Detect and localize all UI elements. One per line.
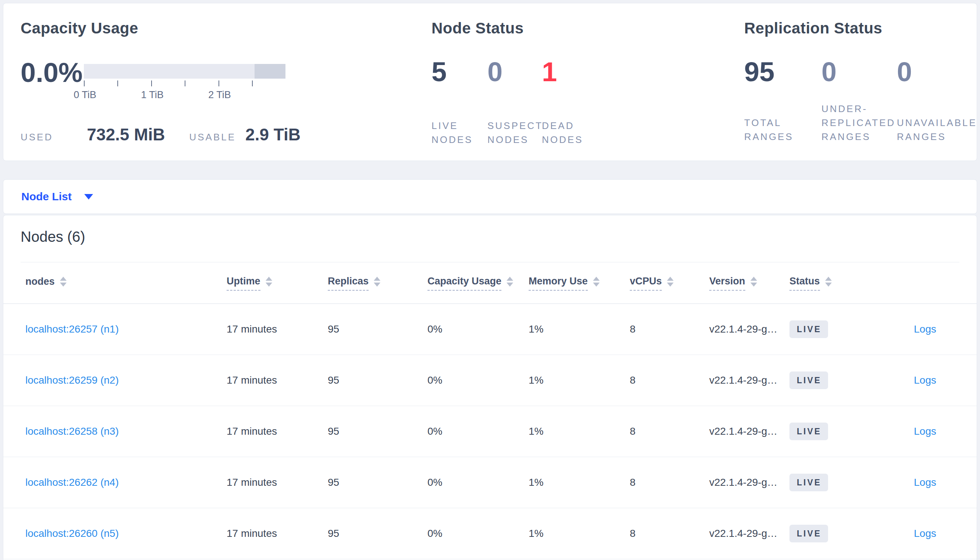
axis-tick-label: 1 TiB (141, 89, 164, 101)
unavailable-ranges-count: 0 (897, 58, 980, 86)
capacity-bar-other-segment (254, 64, 286, 78)
column-header-memory-use[interactable]: Memory Use (528, 275, 630, 291)
logs-link[interactable]: Logs (914, 425, 936, 437)
status-badge: LIVE (789, 320, 828, 338)
replicas-cell: 95 (328, 425, 428, 437)
replication-status-numbers: 95 0 0 (744, 58, 980, 86)
sort-icon (60, 277, 67, 287)
vcpus-cell: 8 (630, 425, 709, 437)
suspect-nodes-label: SUSPECT NODES (487, 119, 542, 147)
status-badge: LIVE (789, 372, 828, 389)
column-header-vcpus[interactable]: vCPUs (630, 275, 709, 291)
table-row: localhost:26260 (n5) 17 minutes 95 0% 1%… (3, 508, 977, 559)
nodes-table-card: Nodes (6) nodes Uptime Replicas Capacity… (3, 215, 977, 560)
uptime-cell: 17 minutes (227, 477, 328, 488)
vcpus-cell: 8 (630, 375, 709, 386)
replicas-cell: 95 (328, 323, 428, 335)
replicas-cell: 95 (328, 375, 428, 386)
live-nodes-count: 5 (431, 58, 487, 86)
logs-link[interactable]: Logs (914, 323, 936, 335)
table-row: localhost:26257 (n1) 17 minutes 95 0% 1%… (3, 304, 977, 355)
axis-tick (252, 80, 253, 87)
capacity-cell: 0% (428, 323, 528, 335)
node-link[interactable]: localhost:26262 (n4) (25, 477, 119, 488)
status-badge: LIVE (789, 473, 828, 491)
node-link[interactable]: localhost:26257 (n1) (25, 323, 119, 335)
version-cell: v22.1.4-29-g… (709, 323, 789, 335)
table-row: localhost:26262 (n4) 17 minutes 95 0% 1%… (3, 457, 977, 508)
version-cell: v22.1.4-29-g… (709, 425, 789, 437)
axis-tick (185, 80, 186, 87)
used-label: USED (21, 132, 53, 143)
axis-tick-label: 2 TiB (208, 89, 231, 101)
version-cell: v22.1.4-29-g… (709, 375, 789, 386)
vcpus-cell: 8 (630, 528, 709, 539)
column-header-version[interactable]: Version (709, 275, 789, 291)
uptime-cell: 17 minutes (227, 323, 328, 335)
uptime-cell: 17 minutes (227, 528, 328, 539)
used-value: 732.5 MiB (87, 125, 165, 144)
capacity-cell: 0% (428, 528, 528, 539)
capacity-usage-bar (84, 64, 286, 78)
sort-icon (667, 277, 674, 287)
suspect-nodes-count: 0 (487, 58, 542, 86)
column-header-status[interactable]: Status (789, 275, 885, 291)
capacity-cell: 0% (428, 477, 528, 488)
logs-link[interactable]: Logs (914, 477, 936, 488)
capacity-stats-row: USED 732.5 MiB USABLE 2.9 TiB (21, 125, 301, 144)
replication-status-title: Replication Status (744, 20, 882, 37)
memory-cell: 1% (528, 477, 630, 488)
node-link[interactable]: localhost:26259 (n2) (25, 375, 119, 386)
nodes-table-header: nodes Uptime Replicas Capacity Usage Mem… (3, 262, 977, 304)
sort-icon (507, 277, 513, 287)
cluster-summary-card: Capacity Usage 0.0% 0 TiB 1 TiB 2 TiB US… (3, 3, 977, 161)
logs-link[interactable]: Logs (914, 375, 936, 386)
memory-cell: 1% (528, 528, 630, 539)
axis-tick-label: 0 TiB (74, 89, 96, 101)
node-list-dropdown-label: Node List (21, 190, 72, 203)
nodes-table-body: localhost:26257 (n1) 17 minutes 95 0% 1%… (3, 304, 977, 559)
column-header-nodes[interactable]: nodes (25, 276, 227, 290)
status-badge: LIVE (789, 423, 828, 440)
sort-icon (266, 277, 272, 287)
replicas-cell: 95 (328, 528, 428, 539)
status-badge: LIVE (789, 525, 828, 542)
node-link[interactable]: localhost:26258 (n3) (25, 425, 119, 437)
under-replicated-ranges-label: UNDER-REPLICATED RANGES (821, 102, 897, 144)
uptime-cell: 17 minutes (227, 375, 328, 386)
dead-nodes-count: 1 (542, 58, 601, 86)
node-status-labels: LIVE NODES SUSPECT NODES DEAD NODES (431, 119, 601, 147)
version-cell: v22.1.4-29-g… (709, 477, 789, 488)
node-list-dropdown[interactable]: Node List (21, 180, 93, 213)
vcpus-cell: 8 (630, 323, 709, 335)
capacity-bar-usable-segment (84, 64, 254, 78)
view-selector-bar: Node List (3, 179, 977, 214)
unavailable-ranges-label: UNAVAILABLE RANGES (897, 116, 980, 144)
sort-icon (593, 277, 600, 287)
live-nodes-label: LIVE NODES (431, 119, 487, 147)
node-link[interactable]: localhost:26260 (n5) (25, 528, 119, 539)
dead-nodes-label: DEAD NODES (542, 119, 601, 147)
axis-tick (151, 80, 152, 87)
memory-cell: 1% (528, 425, 630, 437)
column-header-capacity-usage[interactable]: Capacity Usage (428, 275, 528, 291)
logs-link[interactable]: Logs (914, 528, 936, 539)
total-ranges-count: 95 (744, 58, 821, 86)
memory-cell: 1% (528, 323, 630, 335)
axis-tick (219, 80, 219, 87)
axis-tick (84, 80, 85, 87)
capacity-usage-title: Capacity Usage (21, 20, 138, 37)
usable-label: USABLE (189, 132, 236, 143)
table-row: localhost:26258 (n3) 17 minutes 95 0% 1%… (3, 406, 977, 457)
memory-cell: 1% (528, 375, 630, 386)
table-row: localhost:26259 (n2) 17 minutes 95 0% 1%… (3, 355, 977, 406)
under-replicated-ranges-count: 0 (821, 58, 897, 86)
capacity-percent-value: 0.0% (21, 59, 83, 87)
uptime-cell: 17 minutes (227, 425, 328, 437)
column-header-uptime[interactable]: Uptime (227, 275, 328, 291)
vcpus-cell: 8 (630, 477, 709, 488)
column-header-replicas[interactable]: Replicas (328, 275, 428, 291)
replicas-cell: 95 (328, 477, 428, 488)
sort-icon (825, 277, 832, 287)
replication-status-labels: TOTAL RANGES UNDER-REPLICATED RANGES UNA… (744, 102, 980, 144)
